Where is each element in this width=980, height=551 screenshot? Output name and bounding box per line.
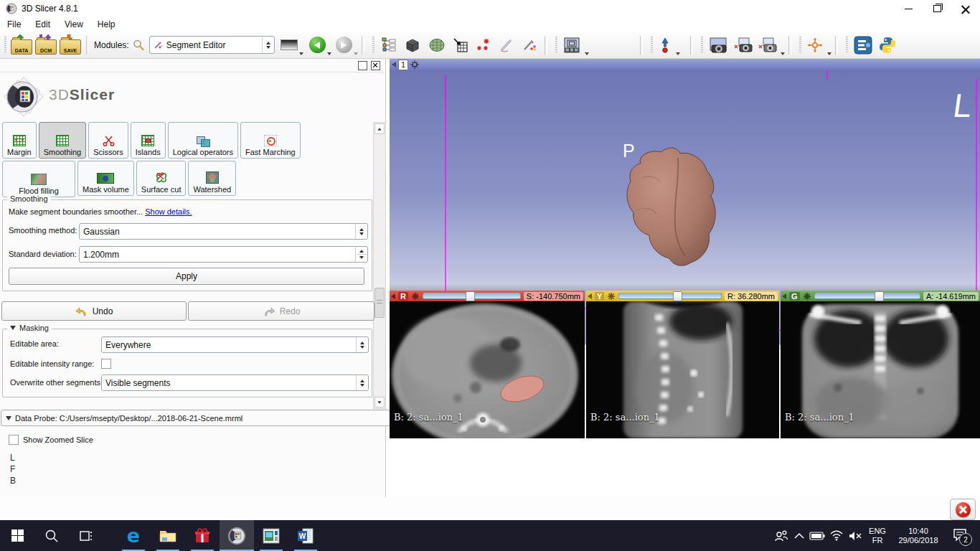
file-explorer-taskbar-icon[interactable] [151, 520, 185, 551]
show-zoomed-slice-checkbox[interactable] [9, 435, 19, 445]
undo-button[interactable]: Undo [1, 301, 187, 321]
effect-scissors-button[interactable]: Scissors [88, 122, 128, 159]
dicom-button[interactable]: DCM [34, 34, 58, 57]
slice-visibility-icon[interactable] [803, 292, 811, 301]
sagittal-slice-image[interactable]: B: 2: sa...ion_1 [586, 301, 779, 438]
show-zoomed-slice-row[interactable]: Show Zoomed Slice [9, 435, 93, 445]
restore-button[interactable] [923, 1, 951, 17]
annotations-icon[interactable] [522, 37, 537, 53]
apply-button[interactable]: Apply [9, 268, 364, 285]
panel-undock-icon[interactable] [355, 61, 367, 72]
volume-muted-icon[interactable] [848, 530, 862, 542]
error-close-button[interactable] [950, 499, 976, 520]
wifi-icon[interactable] [829, 530, 844, 541]
scene-view-capture-icon[interactable] [733, 37, 753, 54]
ruler-icon[interactable] [499, 37, 514, 53]
word-icon: W [297, 527, 314, 545]
menu-view[interactable]: View [57, 18, 90, 31]
slice-view-red[interactable]: R S: -140.750mm [390, 291, 585, 438]
forward-button[interactable] [336, 37, 352, 53]
slice-offset-slider[interactable] [423, 293, 521, 299]
view-options-icon[interactable] [410, 60, 419, 69]
hidden-icons-chevron[interactable] [793, 532, 805, 540]
redo-button[interactable]: Redo [188, 301, 374, 321]
word-taskbar-icon[interactable]: W [288, 520, 323, 551]
slice-visibility-icon[interactable] [607, 292, 616, 301]
effect-islands-button[interactable]: Islands [131, 122, 166, 159]
extensions-manager-icon[interactable] [854, 36, 872, 55]
effect-margin-button[interactable]: Margin [2, 122, 37, 159]
load-data-button[interactable]: DATA [9, 34, 34, 57]
slice-offset-slider[interactable] [618, 293, 722, 299]
effect-flood-filling-button[interactable]: Flood filling [2, 161, 75, 197]
effect-fast-marching-button[interactable]: Fast Marching [240, 122, 301, 159]
layout-selector-icon[interactable] [562, 36, 581, 55]
masking-group-title[interactable]: Masking [7, 324, 52, 332]
data-probe-header[interactable]: Data Probe: C:/Users/msepty/Desktop/...2… [1, 410, 394, 426]
editable-area-combobox[interactable]: Everywhere [101, 336, 369, 353]
search-icon [44, 529, 59, 543]
slice-view-yellow[interactable]: Y R: 36.280mm [586, 291, 779, 438]
image-app-taskbar-icon[interactable] [254, 520, 288, 551]
pin-icon[interactable] [782, 293, 786, 299]
effect-logical-operators-button[interactable]: Logical operators [168, 122, 238, 159]
close-button[interactable] [951, 1, 980, 17]
overwrite-combobox[interactable]: Visible segments [101, 375, 369, 391]
volume-rendering-icon[interactable] [428, 37, 446, 54]
gift-app-taskbar-icon[interactable] [185, 520, 220, 551]
language-indicator[interactable]: ENG FR [867, 527, 888, 545]
python-icon[interactable] [878, 36, 897, 55]
back-button[interactable] [309, 37, 326, 53]
slice-offset-slider[interactable] [814, 293, 920, 299]
pin-icon[interactable] [588, 293, 592, 299]
fiducials-icon[interactable] [476, 37, 491, 53]
slicer-taskbar-icon[interactable] [220, 520, 254, 551]
toolbar-grip[interactable] [4, 37, 6, 54]
effect-watershed-button[interactable]: Watershed [188, 161, 236, 196]
panel-close-icon[interactable] [368, 61, 380, 72]
effect-smoothing-button[interactable]: Smoothing [39, 122, 87, 159]
subject-hierarchy-icon[interactable] [381, 37, 397, 53]
show-details-link[interactable]: Show details. [145, 207, 192, 216]
smoothing-group-title: Smoothing [7, 194, 51, 203]
save-button[interactable]: SAVE [58, 34, 83, 57]
axial-slice-image[interactable]: B: 2: sa...ion_1 [390, 301, 585, 438]
title-bar: 3D Slicer 4.8.1 [0, 0, 980, 18]
slice-visibility-icon[interactable] [411, 292, 420, 301]
crosshair-icon[interactable] [806, 37, 824, 54]
scroll-down-arrow[interactable] [374, 397, 385, 408]
volumes-cube-icon[interactable] [404, 37, 421, 54]
clock[interactable]: 10:40 29/06/2018 [892, 527, 944, 545]
menu-file[interactable]: File [0, 18, 28, 31]
people-icon[interactable] [773, 529, 789, 543]
stddev-spinbox[interactable]: 1.200mm [79, 246, 368, 263]
screenshot-icon[interactable] [709, 37, 727, 54]
slice-view-green[interactable]: G A: -14.619mm [781, 291, 980, 438]
battery-icon[interactable] [809, 531, 825, 541]
action-center-button[interactable]: 2 [953, 528, 967, 543]
minimize-button[interactable] [894, 1, 923, 17]
pin-icon[interactable] [391, 293, 395, 299]
smoothing-method-combobox[interactable]: Gaussian [79, 223, 368, 240]
crop-volume-icon[interactable] [453, 37, 468, 53]
module-selector-combobox[interactable]: Segment Editor [149, 36, 275, 54]
mouse-mode-icon[interactable] [658, 37, 672, 54]
menu-edit[interactable]: Edit [28, 18, 57, 31]
intensity-range-checkbox[interactable] [101, 359, 111, 369]
scene-view-restore-icon[interactable] [758, 37, 778, 54]
module-search-icon[interactable] [132, 39, 145, 52]
effect-mask-volume-button[interactable]: Mask volume [77, 161, 134, 196]
module-history-icon[interactable] [281, 39, 298, 50]
coronal-slice-image[interactable]: B: 2: sa...ion_1 [781, 301, 980, 438]
menu-help[interactable]: Help [90, 18, 123, 31]
pin-icon[interactable] [392, 62, 396, 67]
task-view-button[interactable] [69, 520, 103, 551]
scroll-up-arrow[interactable] [374, 123, 385, 134]
start-button[interactable] [0, 520, 34, 551]
taskbar-search-button[interactable] [34, 520, 69, 551]
effect-surface-cut-button[interactable]: Surface cut [136, 161, 187, 196]
panel-scrollbar[interactable] [373, 122, 386, 409]
edge-taskbar-icon[interactable]: e [116, 520, 151, 551]
green-slice-controller-bar: G A: -14.619mm [781, 291, 980, 301]
scrollbar-thumb[interactable] [374, 288, 385, 318]
